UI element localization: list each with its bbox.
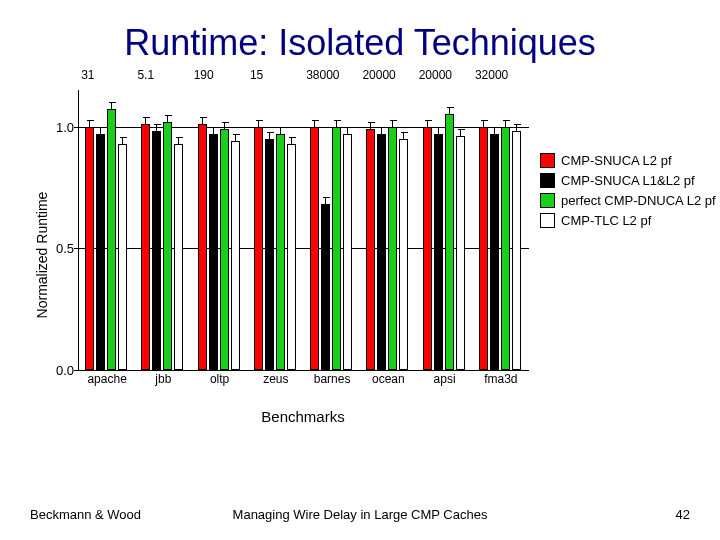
category-label: oltp — [190, 372, 250, 386]
bar — [310, 127, 319, 370]
category-upper-label: 5.1 — [137, 68, 197, 82]
category-label: ocean — [358, 372, 418, 386]
bar — [276, 134, 285, 370]
page-title: Runtime: Isolated Techniques — [0, 22, 720, 64]
bar — [231, 141, 240, 370]
y-tick: 0.5 — [49, 241, 74, 256]
category-label: apsi — [415, 372, 475, 386]
bar — [366, 129, 375, 370]
chart: Normalized Runtime 0.00.51.031apache5.1j… — [40, 95, 700, 415]
legend-swatch — [540, 173, 555, 188]
bar — [163, 122, 172, 370]
category-upper-label: 20000 — [419, 68, 479, 82]
plot-area: 0.00.51.031apache5.1jbb190oltp15zeus3800… — [78, 90, 529, 371]
legend-label: perfect CMP-DNUCA L2 pf — [561, 193, 716, 208]
bar — [174, 144, 183, 370]
bar — [220, 129, 229, 370]
x-axis-label: Benchmarks — [78, 408, 528, 425]
bar — [209, 134, 218, 370]
footer-right: 42 — [676, 507, 690, 522]
bar — [152, 131, 161, 370]
bar — [423, 127, 432, 370]
category-label: apache — [77, 372, 137, 386]
category-upper-label: 15 — [250, 68, 310, 82]
legend-item: perfect CMP-DNUCA L2 pf — [540, 190, 720, 210]
bar — [254, 127, 263, 370]
category-label: zeus — [246, 372, 306, 386]
category-upper-label: 38000 — [306, 68, 366, 82]
bar — [456, 136, 465, 370]
bar — [501, 127, 510, 370]
bar — [479, 127, 488, 370]
category-label: barnes — [302, 372, 362, 386]
legend-label: CMP-TLC L2 pf — [561, 213, 651, 228]
bar — [107, 109, 116, 370]
bar — [332, 127, 341, 370]
footer-center: Managing Wire Delay in Large CMP Caches — [0, 507, 720, 522]
category-upper-label: 190 — [194, 68, 254, 82]
legend-label: CMP-SNUCA L2 pf — [561, 153, 672, 168]
bar — [399, 139, 408, 370]
bar — [85, 127, 94, 370]
bar — [321, 204, 330, 370]
bar — [141, 124, 150, 370]
category-label: fma3d — [471, 372, 531, 386]
bar — [118, 144, 127, 370]
category-upper-label: 20000 — [362, 68, 422, 82]
legend-swatch — [540, 193, 555, 208]
bar — [490, 134, 499, 370]
category-upper-label: 31 — [81, 68, 141, 82]
legend-swatch — [540, 213, 555, 228]
legend-item: CMP-TLC L2 pf — [540, 210, 720, 230]
bar — [96, 134, 105, 370]
legend-swatch — [540, 153, 555, 168]
category-upper-label: 32000 — [475, 68, 535, 82]
bar — [445, 114, 454, 370]
y-tick: 1.0 — [49, 119, 74, 134]
bar — [198, 124, 207, 370]
bar — [343, 134, 352, 370]
bar — [434, 134, 443, 370]
legend-item: CMP-SNUCA L2 pf — [540, 150, 720, 170]
category-label: jbb — [133, 372, 193, 386]
bar — [388, 127, 397, 370]
bar — [512, 131, 521, 370]
legend-label: CMP-SNUCA L1&L2 pf — [561, 173, 695, 188]
y-tick: 0.0 — [49, 363, 74, 378]
legend: CMP-SNUCA L2 pfCMP-SNUCA L1&L2 pfperfect… — [540, 150, 720, 230]
legend-item: CMP-SNUCA L1&L2 pf — [540, 170, 720, 190]
bar — [377, 134, 386, 370]
bar — [265, 139, 274, 370]
bar — [287, 144, 296, 370]
